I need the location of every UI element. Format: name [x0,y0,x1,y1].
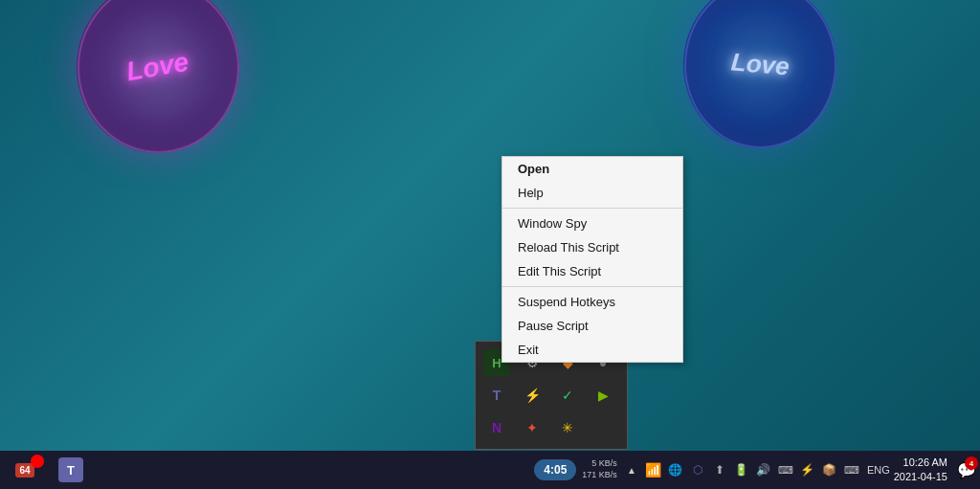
tray-keyboard2[interactable]: ⌨ [841,453,862,487]
clock-date: 2021-04-15 [894,470,947,484]
bulb-left-text: Love [124,47,191,88]
menu-item-open[interactable]: Open [502,157,682,181]
bulb-right: Love [683,0,836,148]
taskbar: 64 T 4:05 5 KB/s 171 KB/s ▲ 📶 🌐 ⬡ ⬆ 🔋 🔊 … [0,451,980,489]
tray-battery[interactable]: 🔋 [731,453,752,487]
menu-item-pause-script[interactable]: Pause Script [502,314,682,338]
tray-dropbox[interactable]: 📦 [819,453,840,487]
network-up: 5 KB/s [582,458,617,470]
menu-item-help[interactable]: Help [502,181,682,205]
tray-popup-icon-onenote[interactable]: N [483,414,510,441]
tray-popup-icon-bluetooth[interactable]: ⚡ [519,382,546,409]
bulb-right-text: Love [729,47,790,81]
tray-popup-icon-teams[interactable]: T [483,382,510,409]
tray-teams-tray[interactable]: ⬡ [687,453,708,487]
system-tray: ▲ 📶 🌐 ⬡ ⬆ 🔋 🔊 ⌨ ⚡ 📦 ⌨ ENG [621,453,894,487]
tray-popup-icon-nvidia[interactable]: ▶ [590,382,616,409]
desktop: Love Love Open Help Window Spy Reload Th… [0,0,980,489]
menu-item-window-spy[interactable]: Window Spy [502,211,682,235]
taskbar-app-ahk[interactable]: 64 [4,451,46,489]
context-menu: Open Help Window Spy Reload This Script … [501,156,683,363]
taskbar-left: 64 T [0,451,92,489]
tray-chevron[interactable]: ▲ [621,453,642,487]
language-label[interactable]: ENG [867,464,890,476]
menu-separator-2 [502,286,682,287]
menu-separator-1 [502,208,682,209]
tray-popup-icon-star[interactable]: ✳ [554,414,581,441]
clock-time: 10:26 AM [894,456,947,470]
taskbar-app-teams[interactable]: T [50,451,92,489]
notification-count: 4 [965,456,978,470]
menu-item-reload-script[interactable]: Reload This Script [502,235,682,259]
tray-keyboard[interactable]: ⌨ [775,453,796,487]
tray-bluetooth[interactable]: ⚡ [797,453,818,487]
menu-item-suspend-hotkeys[interactable]: Suspend Hotkeys [502,290,682,314]
network-speeds[interactable]: 5 KB/s 171 KB/s [582,458,617,480]
bulb-left: Love [77,0,239,153]
menu-item-exit[interactable]: Exit [502,338,682,362]
network-down: 171 KB/s [582,470,617,481]
tray-popup-icon-check[interactable]: ✓ [554,382,581,409]
taskbar-app-ahk-badge [31,455,44,468]
tray-wifi[interactable]: 📶 [643,453,664,487]
menu-item-edit-script[interactable]: Edit This Script [502,259,682,283]
clock-area[interactable]: 10:26 AM 2021-04-15 [894,456,947,485]
tray-sound[interactable]: 🔊 [753,453,774,487]
tray-popup-icon-tool[interactable]: ✦ [519,414,546,441]
tray-arrow[interactable]: ⬆ [709,453,730,487]
notification-button[interactable]: 💬 4 [953,453,980,487]
battery-time-pill[interactable]: 4:05 [534,459,576,480]
tray-network2[interactable]: 🌐 [665,453,686,487]
